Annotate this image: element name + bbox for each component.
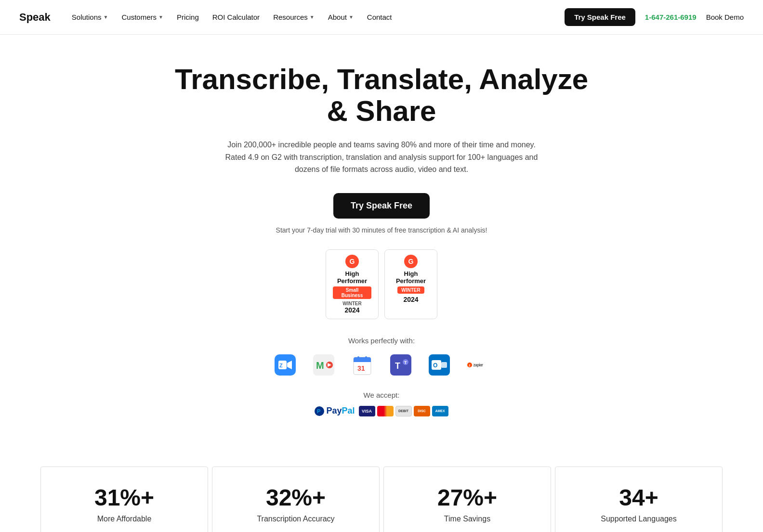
svg-rect-11	[365, 356, 367, 359]
stat-label-languages: Supported Languages	[601, 515, 676, 523]
card-logos: VISA DEBIT DISC AMEX	[359, 406, 448, 416]
hero-title: Transcribe, Translate, Analyze & Share	[165, 64, 598, 127]
discover-logo: DISC	[414, 406, 430, 416]
stat-transcription-accuracy: 32%+ Transcription Accuracy	[212, 467, 380, 532]
zapier-icon: z zapier	[467, 354, 488, 376]
google-calendar-icon: 31	[352, 354, 373, 376]
svg-rect-12	[390, 354, 411, 376]
nav-roi-calculator[interactable]: ROI Calculator	[207, 9, 265, 25]
nav-contact[interactable]: Contact	[361, 9, 398, 25]
g2-logo-2: G	[404, 255, 418, 268]
svg-text:M: M	[316, 360, 324, 371]
svg-text:P: P	[317, 408, 320, 414]
stat-time-savings: 27%+ Time Savings	[383, 467, 551, 532]
svg-text:T: T	[395, 361, 400, 371]
svg-text:T: T	[404, 360, 407, 365]
navbar-left: Speak Solutions ▼ Customers ▼ Pricing RO…	[19, 9, 398, 25]
nav-pricing[interactable]: Pricing	[171, 9, 205, 25]
chevron-down-icon: ▼	[349, 14, 354, 20]
integrations-list: Z M 31 T	[275, 354, 488, 376]
nav-about[interactable]: About ▼	[322, 9, 359, 25]
brand-logo[interactable]: Speak	[19, 11, 51, 24]
svg-text:31: 31	[357, 364, 365, 372]
chevron-down-icon: ▼	[104, 14, 108, 20]
svg-rect-8	[354, 360, 371, 362]
stat-label-time: Time Savings	[444, 515, 490, 523]
nav-resources[interactable]: Resources ▼	[267, 9, 320, 25]
paypal-text: PayPal	[326, 406, 355, 416]
hero-section: Transcribe, Translate, Analyze & Share J…	[0, 35, 763, 465]
stat-number-accuracy: 32%+	[266, 484, 326, 511]
try-speak-free-hero-button[interactable]: Try Speak Free	[333, 193, 430, 219]
mastercard-logo	[377, 406, 394, 416]
try-speak-free-nav-button[interactable]: Try Speak Free	[565, 8, 635, 26]
hero-subtitle: Join 200,000+ incredible people and team…	[218, 139, 545, 176]
outlook-icon: O	[429, 354, 450, 376]
phone-link[interactable]: 1-647-261-6919	[645, 13, 697, 21]
g2-badge-winter: G High Performer WINTER 2024	[384, 249, 437, 319]
payment-methods: P PayPal VISA DEBIT DISC AMEX	[315, 406, 448, 416]
svg-text:Z: Z	[279, 363, 283, 368]
stat-number-affordable: 31%+	[94, 484, 154, 511]
accept-label: We accept:	[364, 391, 400, 399]
nav-customers[interactable]: Customers ▼	[116, 9, 169, 25]
google-meet-icon: M	[313, 354, 334, 376]
g2-badges: G High Performer Small Business WINTER 2…	[326, 249, 437, 319]
stat-more-affordable: 31%+ More Affordable	[40, 467, 208, 532]
chevron-down-icon: ▼	[310, 14, 315, 20]
svg-text:zapier: zapier	[474, 363, 484, 367]
nav-links: Solutions ▼ Customers ▼ Pricing ROI Calc…	[66, 9, 398, 25]
stat-label-affordable: More Affordable	[97, 515, 152, 523]
stats-row: 31%+ More Affordable 32%+ Transcription …	[0, 465, 763, 532]
amex-logo: AMEX	[432, 406, 448, 416]
navbar: Speak Solutions ▼ Customers ▼ Pricing RO…	[0, 0, 763, 35]
chevron-down-icon: ▼	[158, 14, 163, 20]
navbar-right: Try Speak Free 1-647-261-6919 Book Demo	[565, 8, 744, 26]
visa-card-logo: VISA	[359, 406, 375, 416]
g2-badge-small-business: G High Performer Small Business WINTER 2…	[326, 249, 379, 319]
svg-text:O: O	[433, 362, 437, 369]
svg-rect-19	[441, 362, 447, 368]
microsoft-teams-icon: T T	[390, 354, 411, 376]
stat-label-accuracy: Transcription Accuracy	[257, 515, 334, 523]
book-demo-button[interactable]: Book Demo	[706, 13, 744, 21]
g2-logo-1: G	[345, 255, 359, 268]
zoom-icon: Z	[275, 354, 296, 376]
trial-text: Start your 7-day trial with 30 minutes o…	[276, 226, 487, 234]
stat-number-time: 27%+	[437, 484, 497, 511]
works-with-label: Works perfectly with:	[348, 337, 415, 345]
stat-supported-languages: 34+ Supported Languages	[555, 467, 723, 532]
svg-rect-10	[357, 356, 359, 359]
paypal-logo: P PayPal	[315, 406, 355, 416]
stat-number-languages: 34+	[619, 484, 658, 511]
mastercard-2-logo: DEBIT	[395, 406, 412, 416]
nav-solutions[interactable]: Solutions ▼	[66, 9, 114, 25]
